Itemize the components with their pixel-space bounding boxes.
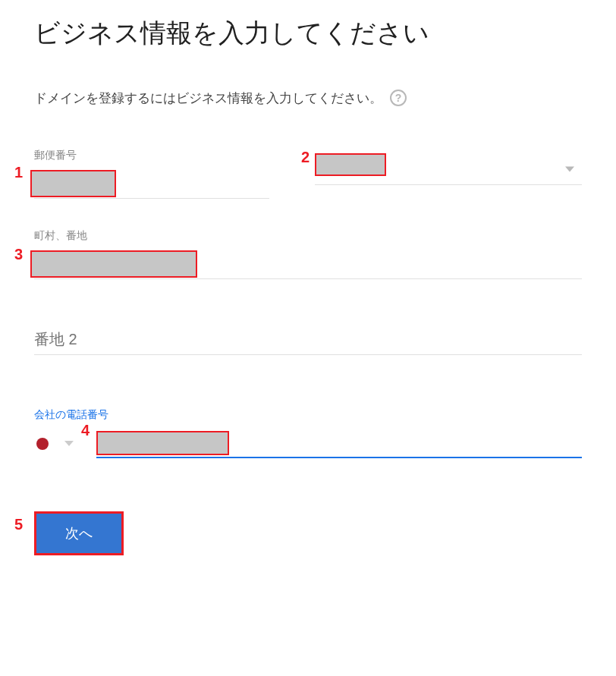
address2-input[interactable] <box>34 326 582 353</box>
help-icon[interactable]: ? <box>390 90 407 106</box>
redaction-1 <box>30 170 116 197</box>
postal-prefecture-row: 郵便番号 1 2 <box>34 149 582 199</box>
town-section: 町村、番地 3 <box>34 229 582 279</box>
country-selector[interactable] <box>34 435 74 458</box>
phone-label: 会社の電話番号 <box>34 408 582 422</box>
annotation-4: 4 <box>81 422 90 439</box>
annotation-5: 5 <box>14 516 23 533</box>
japan-flag-icon <box>34 435 51 452</box>
annotation-2: 2 <box>301 149 310 166</box>
description-text: ドメインを登録するにはビジネス情報を入力してください。 <box>34 90 382 107</box>
phone-input-wrap[interactable]: 4 <box>96 428 582 458</box>
address2-section <box>34 325 582 355</box>
chevron-down-icon <box>565 167 574 172</box>
town-input-wrap[interactable]: 3 <box>34 249 582 279</box>
annotation-1: 1 <box>14 164 23 181</box>
redaction-2 <box>315 153 386 176</box>
japan-flag-dot <box>36 438 49 450</box>
redaction-4 <box>96 431 229 455</box>
annotation-3: 3 <box>14 246 23 263</box>
button-row: 5 次へ <box>34 511 582 555</box>
town-field: 町村、番地 3 <box>34 229 582 279</box>
prefecture-field: 2 <box>315 149 582 199</box>
phone-section: 会社の電話番号 4 <box>34 408 582 458</box>
prefecture-select-wrap[interactable]: 2 <box>315 155 582 185</box>
chevron-down-icon <box>64 441 74 446</box>
description-row: ドメインを登録するにはビジネス情報を入力してください。 ? <box>34 90 582 107</box>
next-button[interactable]: 次へ <box>34 511 124 555</box>
postal-input-wrap[interactable]: 1 <box>34 168 269 199</box>
postal-field: 郵便番号 1 <box>34 149 269 199</box>
address2-input-wrap[interactable] <box>34 325 582 355</box>
phone-row: 4 <box>34 428 582 458</box>
postal-label: 郵便番号 <box>34 149 269 162</box>
town-label: 町村、番地 <box>34 229 582 243</box>
page-title: ビジネス情報を入力してください <box>34 15 582 52</box>
redaction-3 <box>30 250 197 278</box>
address2-field <box>34 325 582 355</box>
